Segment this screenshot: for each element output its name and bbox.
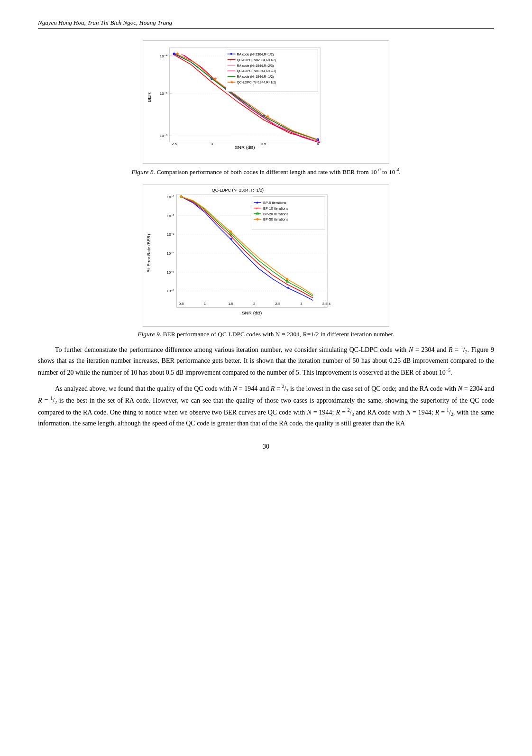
- figure-8-image: BER 10⁻⁴ 10⁻⁵ 10⁻⁶ SNR (dB) 2.5 3 3.5 4: [143, 40, 389, 164]
- svg-text:Bit Error Rate (BER): Bit Error Rate (BER): [147, 234, 151, 272]
- svg-text:3: 3: [300, 302, 303, 306]
- svg-text:QC-LDPC (N=1944,R=1/2): QC-LDPC (N=1944,R=1/2): [237, 81, 276, 84]
- svg-text:4: 4: [329, 302, 331, 306]
- svg-text:2.5: 2.5: [172, 142, 177, 146]
- svg-text:RA code  (N=1944,R=2/3): RA code (N=1944,R=2/3): [237, 64, 274, 68]
- svg-text:RA code  (N=1944,R=1/2): RA code (N=1944,R=1/2): [237, 75, 274, 79]
- svg-text:10⁻⁵: 10⁻⁵: [160, 92, 167, 96]
- figure-9-caption: Figure 9. BER performance of QC LDPC cod…: [138, 330, 394, 339]
- figure-9-image: QC-LDPC (N=2304, R=1/2) Bit Error Rate (…: [143, 184, 389, 327]
- svg-text:BP-50 iterations: BP-50 iterations: [263, 217, 288, 221]
- svg-text:BER: BER: [147, 92, 152, 102]
- svg-text:QC-LDPC (N=2304, R=1/2): QC-LDPC (N=2304, R=1/2): [212, 188, 264, 193]
- header-line: Nguyen Hong Hoa, Tran Thi Bich Ngoc, Hoa…: [38, 19, 494, 29]
- svg-text:+: +: [230, 58, 232, 62]
- svg-text:10⁻²: 10⁻²: [167, 213, 174, 218]
- svg-text:BP-20 iterations: BP-20 iterations: [263, 212, 288, 216]
- svg-text:10⁻⁶: 10⁻⁶: [166, 289, 174, 293]
- svg-text:1: 1: [204, 302, 206, 306]
- paragraph-1: To further demonstrate the performance d…: [38, 344, 494, 378]
- figure-9-caption-label: Figure 9.: [138, 331, 161, 338]
- svg-text:QC-LDPC (N=2304,R=1/2): QC-LDPC (N=2304,R=1/2): [237, 58, 276, 62]
- page-number: 30: [38, 443, 494, 451]
- svg-text:★: ★: [230, 80, 234, 84]
- svg-point-92: [257, 218, 259, 221]
- svg-text:BP-10 iterations: BP-10 iterations: [263, 206, 288, 210]
- svg-point-80: [286, 278, 288, 280]
- svg-text:10⁻⁵: 10⁻⁵: [166, 270, 174, 274]
- svg-text:+: +: [256, 206, 258, 210]
- figure-8-container: BER 10⁻⁴ 10⁻⁵ 10⁻⁶ SNR (dB) 2.5 3 3.5 4: [38, 40, 494, 177]
- figure-9-container: QC-LDPC (N=2304, R=1/2) Bit Error Rate (…: [38, 184, 494, 339]
- svg-text:10⁻³: 10⁻³: [167, 232, 174, 237]
- svg-text:10⁻⁶: 10⁻⁶: [160, 134, 167, 138]
- svg-text:2: 2: [253, 302, 256, 306]
- svg-point-30: [230, 53, 232, 55]
- svg-text:3: 3: [211, 142, 213, 146]
- figure-8-caption-label: Figure 8.: [131, 168, 155, 175]
- svg-text:★: ★: [256, 200, 259, 204]
- svg-text:1.5: 1.5: [228, 302, 234, 306]
- paragraph-2: As analyzed above, we found that the qua…: [38, 383, 494, 429]
- page: Nguyen Hong Hoa, Tran Thi Bich Ngoc, Hoa…: [0, 0, 532, 756]
- svg-point-79: [229, 230, 232, 233]
- figure-8-caption-text: Comparison performance of both codes in …: [155, 168, 377, 175]
- svg-point-78: [180, 195, 183, 198]
- figure-9-svg: QC-LDPC (N=2304, R=1/2) Bit Error Rate (…: [143, 185, 389, 326]
- figure-8-caption: Figure 8. Comparison performance of both…: [131, 166, 400, 177]
- svg-text:BP-5 iterations: BP-5 iterations: [263, 200, 286, 204]
- svg-text:★: ★: [175, 51, 179, 56]
- figure-8-svg: BER 10⁻⁴ 10⁻⁵ 10⁻⁶ SNR (dB) 2.5 3 3.5 4: [143, 41, 389, 163]
- svg-text:10⁻⁴: 10⁻⁴: [166, 251, 174, 256]
- svg-text:★: ★: [213, 76, 217, 81]
- figure-8-sup1: -6: [377, 167, 381, 172]
- svg-text:10⁻⁴: 10⁻⁴: [160, 54, 167, 58]
- svg-text:2.5: 2.5: [275, 302, 281, 306]
- svg-text:★: ★: [266, 114, 270, 119]
- svg-text:3.5: 3.5: [261, 142, 267, 146]
- figure-8-caption-mid: to 10: [381, 168, 395, 175]
- svg-text:10⁻¹: 10⁻¹: [167, 195, 174, 199]
- svg-text:QC-LDPC (N=1944,R=2/3): QC-LDPC (N=1944,R=2/3): [237, 69, 276, 73]
- svg-text:3.5: 3.5: [322, 302, 328, 306]
- svg-text:SNR (dB): SNR (dB): [235, 145, 255, 150]
- figure-8-caption-end: .: [399, 168, 400, 175]
- svg-text:SNR (dB): SNR (dB): [242, 310, 262, 315]
- svg-text:RA code  (N=2304,R=1/2): RA code (N=2304,R=1/2): [237, 53, 274, 56]
- header-text: Nguyen Hong Hoa, Tran Thi Bich Ngoc, Hoa…: [38, 19, 172, 26]
- svg-text:0.5: 0.5: [179, 302, 184, 306]
- figure-9-caption-text: BER performance of QC LDPC codes with N …: [161, 331, 394, 338]
